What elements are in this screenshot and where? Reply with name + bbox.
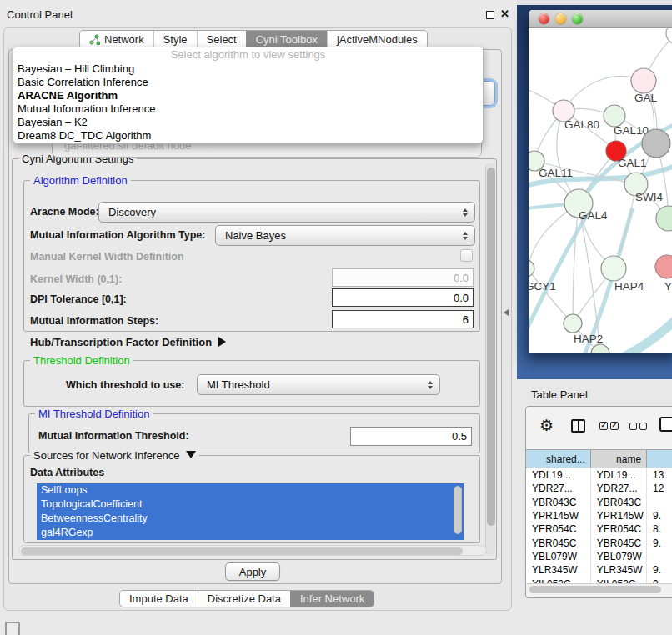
node[interactable] xyxy=(591,344,609,353)
column-header[interactable] xyxy=(647,450,672,468)
splitter-collapse-icon[interactable] xyxy=(504,309,509,316)
table-cell: YER054C xyxy=(526,522,591,536)
algorithm-option[interactable]: Dream8 DC_TDC Algorithm xyxy=(13,129,483,142)
select-all-columns-icon[interactable]: ✓✓ xyxy=(599,422,619,430)
new-column-icon[interactable] xyxy=(659,417,672,432)
table-cell: YDR27... xyxy=(591,482,647,495)
table-cell: YPR145W xyxy=(526,509,591,522)
tab-discretize-data[interactable]: Discretize Data xyxy=(198,591,290,607)
attribute-item[interactable]: TopologicalCoefficient xyxy=(37,498,464,512)
mi-type-label: Mutual Information Algorithm Type: xyxy=(30,229,205,241)
kernel-width-label: Kernel Width (0,1): xyxy=(30,273,122,285)
node-gal[interactable] xyxy=(631,68,656,93)
dropdown-prompt: Select algorithm to view settings xyxy=(13,48,483,62)
column-header[interactable]: name xyxy=(591,450,647,468)
gear-icon[interactable]: ⚙ xyxy=(539,416,554,435)
node-label: GAL80 xyxy=(564,118,599,131)
stepper-arrows-icon xyxy=(463,208,468,217)
table-row[interactable]: YBR043CYBR043C xyxy=(526,496,672,509)
table-row[interactable]: YBL079WYBL079W xyxy=(526,550,672,563)
table-body[interactable]: YDL19...YDL19...13YDR27...YDR27...12YBR0… xyxy=(526,468,672,583)
table-row[interactable]: YBR045CYBR045C9. xyxy=(526,536,672,549)
settings-vertical-scrollbar[interactable] xyxy=(485,163,495,555)
scrollbar-thumb[interactable] xyxy=(529,586,661,593)
stepper-arrows-icon xyxy=(463,232,468,240)
network-canvas[interactable]: GALGAL80GAL10GAL1GAL11SWI4GAL4GCY1HAP4YH… xyxy=(529,28,672,353)
table-cell: 8. xyxy=(647,522,672,536)
tab-select[interactable]: Select xyxy=(197,31,246,48)
table-horizontal-scrollbar[interactable] xyxy=(527,583,672,593)
settings-horizontal-scrollbar[interactable] xyxy=(18,545,487,556)
algorithm-option[interactable]: Mutual Information Inference xyxy=(13,102,483,116)
tab-impute-data[interactable]: Impute Data xyxy=(120,591,198,607)
node-hap4[interactable] xyxy=(601,256,626,281)
columns-icon[interactable] xyxy=(571,419,585,432)
node-gcy1[interactable] xyxy=(529,260,534,277)
attribute-item[interactable]: BetweennessCentrality xyxy=(37,512,464,526)
table-cell: YBL079W xyxy=(591,550,647,563)
table-cell: 12 xyxy=(647,482,672,495)
attribute-item[interactable]: gal4RGexp xyxy=(37,526,464,540)
expand-right-icon xyxy=(218,337,226,347)
minimize-window-icon[interactable] xyxy=(555,13,566,24)
algorithm-option[interactable]: Bayesian – Hill Climbing xyxy=(13,62,483,76)
table-cell: 13 xyxy=(647,468,672,482)
node-hap2[interactable] xyxy=(564,314,582,332)
close-panel-icon[interactable]: ✕ xyxy=(500,8,509,20)
list-scrollbar-thumb[interactable] xyxy=(454,486,462,534)
table-row[interactable]: YPR145WYPR145W9. xyxy=(526,509,672,522)
mi-steps-field[interactable] xyxy=(332,310,474,328)
scrollbar-thumb[interactable] xyxy=(487,168,495,526)
tab-network[interactable]: Network xyxy=(80,31,153,48)
table-cell: 9. xyxy=(647,509,672,522)
algorithm-option[interactable]: Bayesian – K2 xyxy=(13,116,483,129)
table-cell: YDL19... xyxy=(591,468,647,482)
mi-threshold-field[interactable] xyxy=(350,427,472,446)
table-row[interactable]: YIL052CYIL052C9 xyxy=(526,577,672,583)
dpi-tolerance-field[interactable] xyxy=(332,288,474,307)
sources-toggle[interactable]: Sources for Network Inference xyxy=(30,449,199,462)
float-window-icon[interactable] xyxy=(486,11,494,19)
table-cell: YBL079W xyxy=(526,550,591,563)
table-row[interactable]: YDL19...YDL19...13 xyxy=(526,468,672,482)
mi-type-combo[interactable]: Naive Bayes xyxy=(215,225,475,246)
algorithm-option[interactable]: Basic Correlation Inference xyxy=(13,76,483,89)
docked-panel-icon[interactable] xyxy=(5,622,20,635)
network-nodes[interactable]: GALGAL80GAL10GAL1GAL11SWI4GAL4GCY1HAP4YH… xyxy=(529,28,672,353)
table-row[interactable]: YLR345WYLR345W9. xyxy=(526,563,672,577)
algorithm-option[interactable]: ARACNE Algorithm xyxy=(13,89,483,102)
aracne-mode-combo[interactable]: Discovery xyxy=(98,202,475,222)
table-row[interactable]: YER054CYER054C8. xyxy=(526,522,672,536)
scrollbar-thumb[interactable] xyxy=(21,548,463,555)
kernel-width-field[interactable] xyxy=(332,268,474,287)
screen: Control Panel ✕ NetworkStyleSelectCyni T… xyxy=(0,0,672,635)
tab-style[interactable]: Style xyxy=(153,31,197,48)
tab-label: Infer Network xyxy=(300,592,364,605)
table-cell: YLR345W xyxy=(526,563,591,577)
manual-kernel-label: Manual Kernel Width Definition xyxy=(30,251,184,262)
column-header[interactable]: shared... xyxy=(526,450,591,468)
node-y[interactable] xyxy=(655,255,672,278)
unselect-all-columns-icon[interactable] xyxy=(629,422,647,430)
zoom-window-icon[interactable] xyxy=(572,13,583,24)
network-window-titlebar[interactable] xyxy=(529,10,672,28)
attribute-item[interactable]: SelfLoops xyxy=(37,483,464,498)
aracne-mode-value: Discovery xyxy=(108,206,156,218)
table-panel: Table Panel ⚙ ✓✓ shared...name YDL19...Y… xyxy=(517,379,672,635)
data-attributes-list[interactable]: SelfLoopsTopologicalCoefficientBetweenne… xyxy=(37,483,464,540)
table-toolbar: ⚙ ✓✓ xyxy=(526,407,672,448)
tab-jactivemnodules[interactable]: jActiveMNodules xyxy=(327,31,427,48)
tab-infer-network[interactable]: Infer Network xyxy=(290,591,374,607)
mi-threshold-label: Mutual Information Threshold: xyxy=(38,430,189,442)
hub-section-toggle[interactable]: Hub/Transcription Factor Definition xyxy=(30,336,226,348)
table-cell: YER054C xyxy=(591,522,647,536)
node[interactable] xyxy=(656,206,672,231)
which-threshold-combo[interactable]: MI Threshold xyxy=(197,374,440,395)
close-window-icon[interactable] xyxy=(539,13,549,24)
apply-button[interactable]: Apply xyxy=(225,562,280,581)
manual-kernel-checkbox[interactable] xyxy=(460,249,473,262)
tab-cyni-toolbox[interactable]: Cyni Toolbox xyxy=(246,31,327,48)
node[interactable] xyxy=(642,129,670,158)
table-row[interactable]: YDR27...YDR27...12 xyxy=(526,482,672,495)
which-threshold-label: Which threshold to use: xyxy=(66,379,184,391)
